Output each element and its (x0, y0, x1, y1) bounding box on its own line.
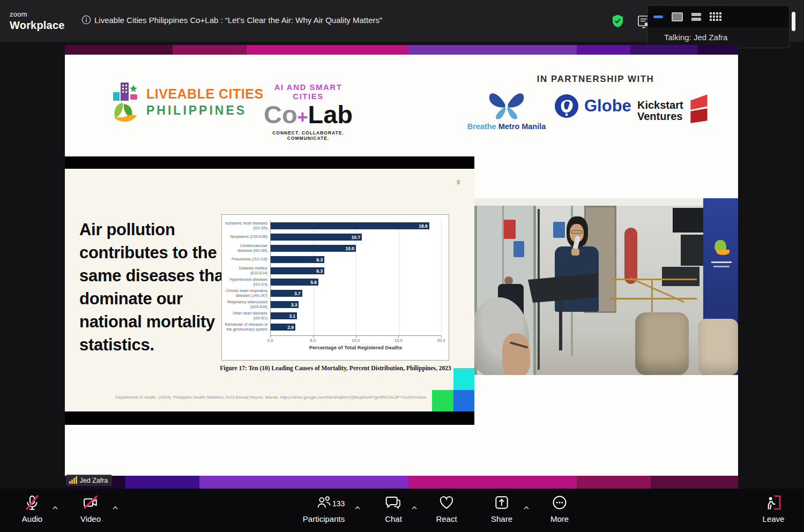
chart-plot: 18.610.710.06.36.35.63.73.33.12.9 (270, 220, 441, 336)
presenter-nameplate: Jed Zafra (66, 475, 112, 486)
kickstart-text: Kickstart (637, 100, 683, 111)
participants-count: 133 (332, 499, 345, 508)
share-label: Share (491, 514, 512, 523)
video-button[interactable]: Video (66, 494, 115, 523)
video-banner-hand (717, 250, 729, 255)
globe-icon (554, 93, 579, 119)
chart-bar: 10.7 (271, 234, 362, 241)
participants-options-caret[interactable] (354, 503, 361, 512)
leave-label: Leave (763, 514, 785, 523)
colab-co: Co (264, 100, 297, 129)
globe-text: Globe (584, 96, 631, 116)
more-icon (551, 494, 568, 511)
chart-category-labels: Ischaemic heart diseases (I20-I25)Neopla… (222, 220, 270, 336)
chart-bar-row: 3.1 (271, 310, 441, 321)
audio-button[interactable]: Audio (8, 494, 56, 523)
chart-bar: 6.3 (271, 256, 324, 263)
share-options-caret[interactable] (523, 503, 530, 512)
video-red-sign (504, 220, 516, 239)
audio-options-caret[interactable] (52, 503, 58, 512)
chart-bar-row: 3.3 (271, 299, 441, 310)
chart-bar: 2.9 (271, 324, 295, 331)
figure-caption: Figure 17: Ten (10) Leading Causes of Mo… (215, 365, 456, 371)
minimize-view-icon[interactable] (653, 16, 663, 18)
chart-bar-value: 3.3 (291, 302, 299, 308)
chart-bar: 18.6 (271, 222, 429, 229)
chart-bar-value: 2.9 (287, 325, 295, 330)
video-railing-top (611, 279, 697, 280)
chart-bar-row: 10.0 (271, 243, 441, 254)
breathe-text-dark: Metro Manila (496, 122, 546, 131)
colab-tagline: CONNECT. COLLABORATE. COMMUNICATE. (260, 130, 356, 141)
react-label: React (436, 514, 457, 523)
foreground-attendee-face (502, 333, 530, 375)
mortality-chart: Ischaemic heart diseases (I20-I25)Neopla… (221, 214, 449, 361)
slide-blue-square (453, 390, 474, 411)
share-screen-icon (493, 494, 510, 511)
chart-category-label: Other heart diseases (I26-I51) (222, 310, 270, 321)
chart-category-label: Ischaemic heart diseases (I20-I25) (222, 220, 270, 231)
chart-bar-value: 3.1 (289, 313, 297, 319)
shared-screen: LIVEABLE CITIES PHILIPPINES AI AND SMART… (65, 45, 738, 489)
citation-text: Department of Health. (2024). Philippine… (115, 395, 458, 400)
chart-category-label: Chronic lower respiratory diseases (J40-… (222, 288, 270, 299)
video-banner-text-1 (711, 261, 732, 263)
leave-button[interactable]: Leave (749, 494, 798, 523)
mic-muted-icon (24, 494, 41, 511)
presentation-slide: 9 Air pollution contributes to the same … (65, 169, 474, 411)
chat-label: Chat (385, 514, 402, 523)
chat-options-caret[interactable] (411, 503, 418, 512)
audio-label: Audio (22, 514, 42, 523)
video-chair-tan (635, 312, 689, 375)
slide-letterbox-bottom (65, 411, 474, 425)
chart-bar: 5.6 (271, 279, 318, 286)
video-railing-post-2 (651, 279, 653, 313)
video-railing-bottom (611, 298, 697, 299)
chart-bar-row: 5.6 (271, 276, 441, 288)
audio-signal-icon (69, 477, 77, 484)
gallery-view-icon[interactable] (710, 12, 721, 21)
slide-cyan-square (453, 368, 474, 390)
chart-bar-value: 10.0 (345, 246, 356, 251)
more-button[interactable]: More (535, 494, 584, 523)
video-chair-beige (698, 319, 738, 375)
chart-bar-value: 10.7 (352, 235, 362, 240)
colab-heading: AI AND SMART CITIES (260, 83, 356, 101)
video-banner-text-2 (713, 266, 729, 267)
info-icon[interactable] (81, 15, 91, 27)
meeting-toolbar: Audio Video Participants 133 (0, 489, 804, 532)
chart-x-axis: 0.05.010.015.020.0 (270, 336, 441, 344)
chart-category-label: Hypertensive diseases (I10-I13) (222, 276, 270, 288)
video-dark-panel-1 (673, 208, 706, 233)
chart-bar: 3.7 (271, 290, 302, 297)
slide-bottom-ribbon (65, 476, 738, 489)
video-options-caret[interactable] (112, 503, 118, 512)
react-button[interactable]: React (422, 494, 471, 523)
colab-lab: Lab (308, 100, 353, 129)
talking-indicator: Talking: Jed Zafra (664, 33, 727, 42)
presenter-video[interactable] (474, 198, 738, 375)
kickstart-ventures-logo: Kickstart Ventures (637, 93, 711, 124)
share-button[interactable]: Share (478, 494, 526, 523)
participants-button[interactable]: Participants (300, 494, 348, 523)
chart-bar: 10.0 (271, 245, 356, 252)
panel-edge-handle[interactable] (792, 12, 795, 31)
chart-bar: 3.3 (271, 301, 299, 308)
chart-bar-value: 6.3 (316, 268, 324, 274)
liveable-cities-icon (110, 80, 141, 123)
partnership-heading: IN PARTNERSHIP WITH (478, 74, 713, 85)
breathe-text-light: Breathe (467, 122, 496, 131)
chat-icon (385, 494, 402, 511)
view-modes-row (648, 6, 789, 27)
breathe-butterfly-icon (486, 88, 527, 121)
camera-muted-icon (82, 494, 99, 511)
chart-bar-row: 2.9 (271, 321, 441, 333)
speaker-view-icon[interactable] (672, 12, 683, 21)
zoom-workplace-logo: zoom Workplace (10, 11, 65, 31)
chart-bar-row: 6.3 (271, 265, 441, 276)
stacked-view-icon[interactable] (691, 13, 701, 21)
chat-button[interactable]: Chat (369, 494, 418, 523)
security-shield-icon[interactable] (612, 14, 624, 30)
brand-workplace: Workplace (10, 20, 65, 31)
presenter-hand (571, 249, 579, 256)
